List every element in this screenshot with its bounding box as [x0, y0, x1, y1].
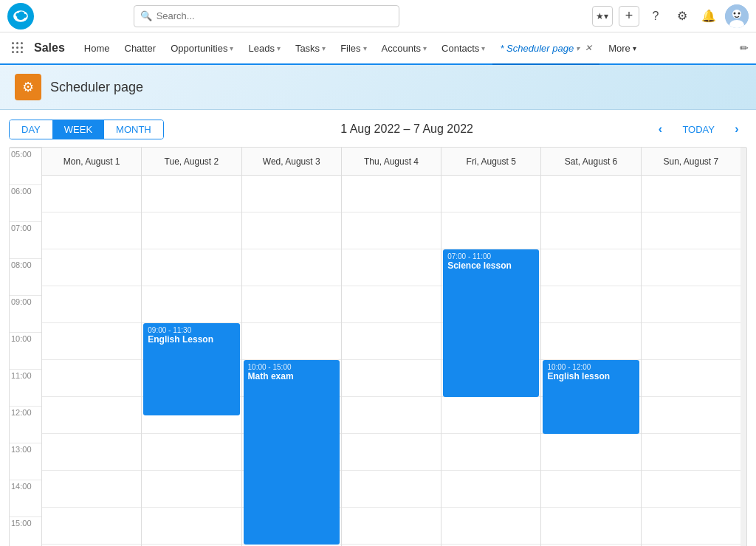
next-week-button[interactable]: › — [726, 119, 747, 139]
help-button[interactable]: ? — [645, 6, 666, 27]
avatar-button[interactable] — [725, 4, 749, 28]
hour-row — [642, 249, 740, 286]
time-slot-15: 15:00 — [10, 517, 41, 546]
hour-row — [342, 249, 441, 286]
day-header-3: Thu, August 4 — [342, 148, 441, 176]
time-slot-6: 06:00 — [10, 185, 41, 222]
time-slot-12: 12:00 — [10, 407, 41, 443]
day-header-0: Mon, August 1 — [42, 148, 141, 176]
hour-row — [541, 212, 640, 249]
day-body-5[interactable]: 10:00 - 12:00English lesson — [541, 176, 640, 546]
day-header-4: Fri, August 5 — [441, 148, 540, 176]
day-body-6[interactable] — [642, 176, 740, 546]
nav-scheduler-page[interactable]: * Scheduler page ▾ ✕ — [492, 32, 599, 65]
hour-row — [42, 508, 141, 545]
hour-row — [642, 397, 740, 434]
svg-point-9 — [738, 12, 740, 14]
day-body-2[interactable]: 10:00 - 15:00Math exam — [242, 176, 341, 546]
hour-row — [42, 212, 141, 249]
nav-files[interactable]: Files▾ — [333, 32, 374, 65]
nav-home[interactable]: Home — [77, 32, 117, 65]
day-header-6: Sun, August 7 — [642, 148, 740, 176]
notifications-button[interactable]: 🔔 — [698, 6, 719, 27]
event-time: 10:00 - 15:00 — [248, 363, 335, 371]
search-input[interactable] — [157, 10, 393, 21]
calendar-grid: 05:0006:0007:0008:0009:0010:0011:0012:00… — [9, 147, 747, 546]
event-science-lesson[interactable]: 07:00 - 11:00Science lesson — [443, 249, 539, 397]
day-header-5: Sat, August 6 — [541, 148, 640, 176]
edit-nav-icon[interactable]: ✏ — [740, 42, 749, 54]
hour-row — [642, 176, 740, 212]
event-english-lesson-sat[interactable]: 10:00 - 12:00English lesson — [543, 360, 639, 434]
day-body-0[interactable] — [42, 176, 141, 546]
hour-row — [42, 434, 141, 471]
day-col-3: Thu, August 4 — [342, 148, 441, 546]
day-header-2: Wed, August 3 — [242, 148, 341, 176]
hour-row — [541, 323, 640, 360]
settings-button[interactable]: ⚙ — [672, 6, 693, 27]
event-time: 07:00 - 11:00 — [447, 252, 535, 260]
hour-row — [142, 286, 241, 323]
time-column: 05:0006:0007:0008:0009:0010:0011:0012:00… — [10, 148, 42, 546]
day-body-3[interactable] — [342, 176, 441, 546]
hour-row — [142, 508, 241, 545]
time-slot-14: 14:00 — [10, 480, 41, 517]
grid-menu-icon[interactable] — [7, 38, 28, 58]
view-tabs: DAY WEEK MONTH — [9, 120, 164, 139]
nav-contacts[interactable]: Contacts▾ — [434, 32, 492, 65]
time-slot-5: 05:00 — [10, 148, 41, 185]
hour-row — [42, 360, 141, 397]
day-col-1: Tue, August 209:00 - 11:30English Lesson — [142, 148, 241, 546]
nav-more[interactable]: More▾ — [602, 43, 642, 54]
tab-day[interactable]: DAY — [10, 120, 52, 139]
add-button[interactable]: + — [619, 6, 639, 27]
salesforce-logo[interactable] — [7, 3, 34, 30]
hour-row — [42, 471, 141, 508]
hour-row — [142, 212, 241, 249]
hour-row — [342, 397, 441, 434]
close-tab-icon[interactable]: ✕ — [585, 43, 592, 53]
top-bar: 🔍 ★▾ + ? ⚙ 🔔 — [0, 0, 756, 32]
hour-row — [342, 360, 441, 397]
nav-chatter[interactable]: Chatter — [117, 32, 164, 65]
hour-row — [642, 323, 740, 360]
nav-leads[interactable]: Leads▾ — [241, 32, 287, 65]
time-slot-7: 07:00 — [10, 222, 41, 259]
hour-row — [342, 508, 441, 545]
time-slot-10: 10:00 — [10, 333, 41, 370]
today-button[interactable]: TODAY — [676, 121, 721, 138]
page-header-icon: ⚙ — [15, 74, 41, 100]
hour-row — [342, 323, 441, 360]
day-body-4[interactable]: 07:00 - 11:00Science lesson — [441, 176, 540, 546]
hour-row — [541, 176, 640, 212]
tab-month[interactable]: MONTH — [104, 120, 163, 139]
day-col-5: Sat, August 610:00 - 12:00English lesson — [541, 148, 641, 546]
hour-row — [342, 471, 441, 508]
event-math-exam[interactable]: 10:00 - 15:00Math exam — [244, 360, 340, 545]
prev-week-button[interactable]: ‹ — [650, 119, 670, 139]
top-bar-right: ★▾ + ? ⚙ 🔔 — [592, 4, 749, 28]
day-col-4: Fri, August 507:00 - 11:00Science lesson — [441, 148, 541, 546]
hour-row — [242, 323, 341, 360]
day-body-1[interactable]: 09:00 - 11:30English Lesson — [142, 176, 241, 546]
scroll-indicator — [740, 148, 746, 546]
tab-week[interactable]: WEEK — [52, 120, 104, 139]
calendar-days[interactable]: Mon, August 1Tue, August 209:00 - 11:30E… — [42, 148, 740, 546]
day-col-2: Wed, August 310:00 - 15:00Math exam — [242, 148, 342, 546]
event-title: English Lesson — [148, 334, 235, 345]
hour-row — [642, 508, 740, 545]
search-icon: 🔍 — [140, 10, 152, 21]
hour-row — [642, 360, 740, 397]
hour-row — [642, 212, 740, 249]
event-time: 10:00 - 12:00 — [547, 363, 634, 371]
favorites-button[interactable]: ★▾ — [592, 6, 613, 27]
hour-row — [142, 249, 241, 286]
nav-tasks[interactable]: Tasks▾ — [288, 32, 333, 65]
nav-accounts[interactable]: Accounts▾ — [374, 32, 434, 65]
event-english-lesson[interactable]: 09:00 - 11:30English Lesson — [143, 323, 239, 415]
hour-row — [142, 434, 241, 471]
nav-opportunities[interactable]: Opportunities▾ — [163, 32, 241, 65]
hour-row — [441, 471, 540, 508]
hour-row — [541, 471, 640, 508]
search-bar[interactable]: 🔍 — [134, 5, 399, 27]
